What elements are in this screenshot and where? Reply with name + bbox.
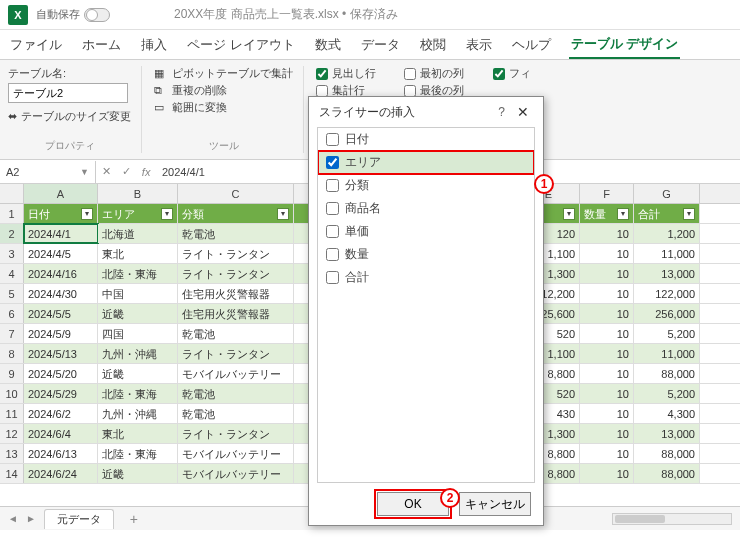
ribbon-tab-4[interactable]: 数式 — [313, 32, 343, 58]
col-A[interactable]: A — [24, 184, 98, 203]
cell-total[interactable]: 5,200 — [634, 384, 700, 403]
cell-category[interactable]: ライト・ランタン — [178, 424, 294, 443]
ribbon-tab-7[interactable]: 表示 — [464, 32, 494, 58]
sheet-tab[interactable]: 元データ — [44, 509, 114, 529]
autosave[interactable]: 自動保存 — [36, 7, 114, 22]
cancel-icon[interactable]: ✕ — [102, 165, 111, 178]
cell-qty[interactable]: 10 — [580, 364, 634, 383]
row-header[interactable]: 14 — [0, 464, 24, 483]
cell-date[interactable]: 2024/6/4 — [24, 424, 98, 443]
th-total[interactable]: 合計▾ — [634, 204, 700, 223]
pivot-button[interactable]: ▦ピボットテーブルで集計 — [154, 66, 293, 81]
enter-icon[interactable]: ✓ — [122, 165, 131, 178]
slicer-field-2[interactable]: 分類 — [318, 174, 534, 197]
cell-date[interactable]: 2024/4/5 — [24, 244, 98, 263]
fx-icon[interactable]: fx — [142, 166, 151, 178]
cell-date[interactable]: 2024/6/2 — [24, 404, 98, 423]
cell-total[interactable]: 1,200 — [634, 224, 700, 243]
cell-qty[interactable]: 10 — [580, 244, 634, 263]
slicer-field-1[interactable]: エリア — [318, 151, 534, 174]
filter-dropdown-icon[interactable]: ▾ — [277, 208, 289, 220]
cell-date[interactable]: 2024/5/5 — [24, 304, 98, 323]
cell-total[interactable]: 88,000 — [634, 364, 700, 383]
torange-button[interactable]: ▭範囲に変換 — [154, 100, 293, 115]
ribbon-tab-6[interactable]: 校閲 — [418, 32, 448, 58]
th-category[interactable]: 分類▾ — [178, 204, 294, 223]
chk-filter[interactable]: フィ — [493, 66, 531, 81]
cell-category[interactable]: 乾電池 — [178, 404, 294, 423]
row-header[interactable]: 9 — [0, 364, 24, 383]
cell-category[interactable]: ライト・ランタン — [178, 344, 294, 363]
th-date[interactable]: 日付▾ — [24, 204, 98, 223]
ribbon-tab-3[interactable]: ページ レイアウト — [185, 32, 297, 58]
th-area[interactable]: エリア▾ — [98, 204, 178, 223]
cell-qty[interactable]: 10 — [580, 284, 634, 303]
row-header[interactable]: 11 — [0, 404, 24, 423]
cell-area[interactable]: 北陸・東海 — [98, 264, 178, 283]
cell-qty[interactable]: 10 — [580, 424, 634, 443]
cell-total[interactable]: 13,000 — [634, 264, 700, 283]
cell-area[interactable]: 東北 — [98, 244, 178, 263]
ok-button[interactable]: OK — [377, 492, 449, 516]
cell-qty[interactable]: 10 — [580, 404, 634, 423]
cell-area[interactable]: 近畿 — [98, 364, 178, 383]
cell-qty[interactable]: 10 — [580, 384, 634, 403]
cell-category[interactable]: 乾電池 — [178, 384, 294, 403]
cell-total[interactable]: 88,000 — [634, 464, 700, 483]
cell-date[interactable]: 2024/5/13 — [24, 344, 98, 363]
cell-category[interactable]: ライト・ランタン — [178, 244, 294, 263]
col-B[interactable]: B — [98, 184, 178, 203]
ribbon-tab-9[interactable]: テーブル デザイン — [569, 31, 681, 59]
cell-qty[interactable]: 10 — [580, 264, 634, 283]
ribbon-tab-1[interactable]: ホーム — [80, 32, 123, 58]
cell-qty[interactable]: 10 — [580, 344, 634, 363]
checkbox[interactable] — [326, 202, 339, 215]
cell-total[interactable]: 5,200 — [634, 324, 700, 343]
cell-category[interactable]: 乾電池 — [178, 324, 294, 343]
cell-category[interactable]: 住宅用火災警報器 — [178, 304, 294, 323]
cell-category[interactable]: 住宅用火災警報器 — [178, 284, 294, 303]
cell-area[interactable]: 北海道 — [98, 224, 178, 243]
cell-date[interactable]: 2024/6/24 — [24, 464, 98, 483]
cell-qty[interactable]: 10 — [580, 304, 634, 323]
cell-qty[interactable]: 10 — [580, 224, 634, 243]
cell-total[interactable]: 4,300 — [634, 404, 700, 423]
slicer-field-5[interactable]: 数量 — [318, 243, 534, 266]
help-icon[interactable]: ? — [490, 105, 513, 119]
filter-dropdown-icon[interactable]: ▾ — [617, 208, 629, 220]
th-qty[interactable]: 数量▾ — [580, 204, 634, 223]
row-header[interactable]: 10 — [0, 384, 24, 403]
sheet-nav-next[interactable]: ► — [26, 513, 36, 524]
cell-qty[interactable]: 10 — [580, 444, 634, 463]
cell-category[interactable]: 乾電池 — [178, 224, 294, 243]
select-all-corner[interactable] — [0, 184, 24, 203]
col-C[interactable]: C — [178, 184, 294, 203]
cell-date[interactable]: 2024/5/29 — [24, 384, 98, 403]
resize-table-button[interactable]: ⬌ テーブルのサイズ変更 — [8, 109, 131, 124]
close-icon[interactable]: ✕ — [513, 104, 533, 120]
cell-total[interactable]: 122,000 — [634, 284, 700, 303]
cell-date[interactable]: 2024/4/30 — [24, 284, 98, 303]
cell-total[interactable]: 11,000 — [634, 344, 700, 363]
cell-date[interactable]: 2024/5/9 — [24, 324, 98, 343]
horizontal-scrollbar[interactable] — [612, 513, 732, 525]
checkbox[interactable] — [326, 248, 339, 261]
checkbox[interactable] — [326, 133, 339, 146]
autosave-toggle[interactable] — [84, 8, 110, 22]
cell-category[interactable]: モバイルバッテリー — [178, 444, 294, 463]
cell-total[interactable]: 11,000 — [634, 244, 700, 263]
add-sheet-button[interactable]: + — [122, 511, 146, 527]
cell-area[interactable]: 近畿 — [98, 464, 178, 483]
filter-dropdown-icon[interactable]: ▾ — [683, 208, 695, 220]
ribbon-tab-5[interactable]: データ — [359, 32, 402, 58]
row-header[interactable]: 4 — [0, 264, 24, 283]
checkbox[interactable] — [326, 179, 339, 192]
row-header[interactable]: 5 — [0, 284, 24, 303]
filter-dropdown-icon[interactable]: ▾ — [563, 208, 575, 220]
row-header[interactable]: 2 — [0, 224, 24, 243]
cell-area[interactable]: 九州・沖縄 — [98, 404, 178, 423]
row-1-header[interactable]: 1 — [0, 204, 24, 223]
chevron-down-icon[interactable]: ▼ — [80, 167, 89, 177]
ribbon-tab-8[interactable]: ヘルプ — [510, 32, 553, 58]
cell-qty[interactable]: 10 — [580, 324, 634, 343]
